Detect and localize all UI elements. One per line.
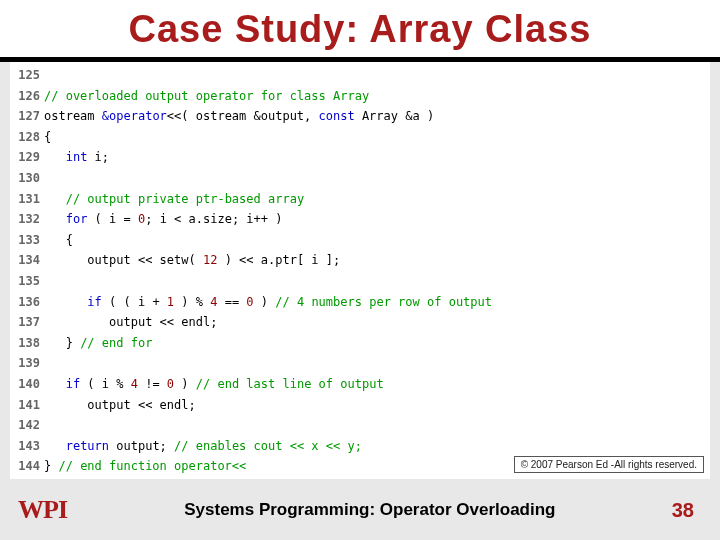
- line-number: 125: [10, 65, 40, 86]
- code-area: 1251261271281291301311321331341351361371…: [10, 62, 710, 479]
- code-line: return output; // enables cout << x << y…: [44, 436, 710, 457]
- line-number: 139: [10, 353, 40, 374]
- title-bar: Case Study: Array Class: [0, 0, 720, 62]
- code-line: } // end for: [44, 333, 710, 354]
- code-line: [44, 168, 710, 189]
- code-line: int i;: [44, 147, 710, 168]
- code-line: {: [44, 230, 710, 251]
- line-number-gutter: 1251261271281291301311321331341351361371…: [10, 65, 44, 477]
- code-line: if ( ( i + 1 ) % 4 == 0 ) // 4 numbers p…: [44, 292, 710, 313]
- line-number: 131: [10, 189, 40, 210]
- line-number: 130: [10, 168, 40, 189]
- line-number: 127: [10, 106, 40, 127]
- code-line: output << setw( 12 ) << a.ptr[ i ];: [44, 250, 710, 271]
- code-line: output << endl;: [44, 395, 710, 416]
- line-number: 138: [10, 333, 40, 354]
- wpi-logo: WPI: [18, 495, 108, 525]
- copyright-label: © 2007 Pearson Ed -All rights reserved.: [514, 456, 704, 473]
- code-lines: // overloaded output operator for class …: [44, 65, 710, 477]
- code-line: for ( i = 0; i < a.size; i++ ): [44, 209, 710, 230]
- line-number: 137: [10, 312, 40, 333]
- code-line: [44, 353, 710, 374]
- line-number: 140: [10, 374, 40, 395]
- code-line: ostream &operator<<( ostream &output, co…: [44, 106, 710, 127]
- footer: WPI Systems Programming: Operator Overlo…: [0, 480, 720, 540]
- line-number: 142: [10, 415, 40, 436]
- code-line: // overloaded output operator for class …: [44, 86, 710, 107]
- line-number: 132: [10, 209, 40, 230]
- code-table: 1251261271281291301311321331341351361371…: [10, 62, 710, 477]
- code-line: // output private ptr-based array: [44, 189, 710, 210]
- line-number: 135: [10, 271, 40, 292]
- line-number: 141: [10, 395, 40, 416]
- line-number: 136: [10, 292, 40, 313]
- line-number: 134: [10, 250, 40, 271]
- code-line: if ( i % 4 != 0 ) // end last line of ou…: [44, 374, 710, 395]
- code-line: [44, 415, 710, 436]
- footer-title: Systems Programming: Operator Overloadin…: [108, 500, 672, 520]
- code-line: [44, 65, 710, 86]
- line-number: 129: [10, 147, 40, 168]
- line-number: 143: [10, 436, 40, 457]
- code-line: [44, 271, 710, 292]
- code-line: {: [44, 127, 710, 148]
- line-number: 128: [10, 127, 40, 148]
- page-number: 38: [672, 499, 694, 522]
- line-number: 144: [10, 456, 40, 477]
- code-line: output << endl;: [44, 312, 710, 333]
- slide-title: Case Study: Array Class: [20, 8, 700, 51]
- line-number: 133: [10, 230, 40, 251]
- line-number: 126: [10, 86, 40, 107]
